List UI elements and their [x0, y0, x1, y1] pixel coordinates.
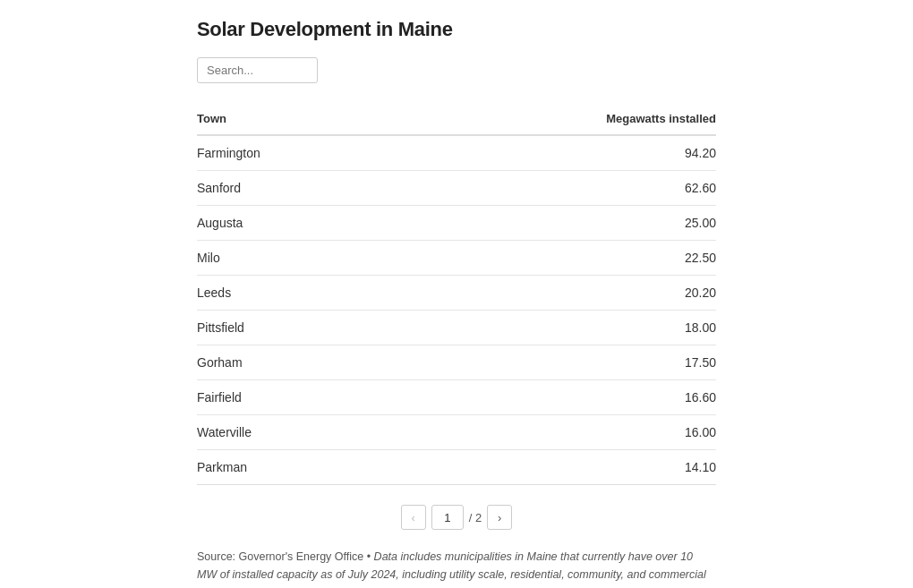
table-row: Pittsfield18.00 [197, 311, 716, 345]
cell-town: Waterville [197, 415, 387, 450]
cell-mw: 17.50 [387, 345, 716, 380]
table-row: Milo22.50 [197, 241, 716, 276]
pagination-next-button[interactable]: › [487, 505, 512, 530]
cell-town: Sanford [197, 171, 387, 206]
cell-town: Gorham [197, 345, 387, 380]
cell-town: Parkman [197, 450, 387, 485]
table-row: Augusta25.00 [197, 206, 716, 241]
pagination-prev-button[interactable]: ‹ [401, 505, 426, 530]
table-row: Waterville16.00 [197, 415, 716, 450]
table-header-row: Town Megawatts installed [197, 105, 716, 135]
page-title: Solar Development in Maine [197, 18, 716, 41]
pagination-page-input[interactable] [431, 505, 464, 530]
source-prefix: Source: Governor's Energy Office • [197, 550, 371, 563]
cell-mw: 16.00 [387, 415, 716, 450]
data-table: Town Megawatts installed Farmington94.20… [197, 105, 716, 485]
cell-mw: 14.10 [387, 450, 716, 485]
cell-mw: 20.20 [387, 276, 716, 311]
table-row: Sanford62.60 [197, 171, 716, 206]
cell-mw: 18.00 [387, 311, 716, 345]
search-container [197, 57, 716, 83]
cell-mw: 62.60 [387, 171, 716, 206]
table-row: Leeds20.20 [197, 276, 716, 311]
cell-mw: 25.00 [387, 206, 716, 241]
cell-town: Farmington [197, 135, 387, 171]
cell-town: Pittsfield [197, 311, 387, 345]
cell-mw: 16.60 [387, 380, 716, 415]
column-header-town: Town [197, 105, 387, 135]
table-row: Fairfield16.60 [197, 380, 716, 415]
pagination-total: / 2 [469, 511, 482, 524]
cell-town: Milo [197, 241, 387, 276]
table-row: Parkman14.10 [197, 450, 716, 485]
cell-town: Fairfield [197, 380, 387, 415]
cell-mw: 94.20 [387, 135, 716, 171]
search-input[interactable] [197, 57, 318, 83]
cell-town: Leeds [197, 276, 387, 311]
column-header-mw: Megawatts installed [387, 105, 716, 135]
table-row: Farmington94.20 [197, 135, 716, 171]
table-row: Gorham17.50 [197, 345, 716, 380]
footer-source: Source: Governor's Energy Office • Data … [197, 548, 707, 588]
pagination: ‹ / 2 › [197, 505, 716, 530]
cell-town: Augusta [197, 206, 387, 241]
cell-mw: 22.50 [387, 241, 716, 276]
